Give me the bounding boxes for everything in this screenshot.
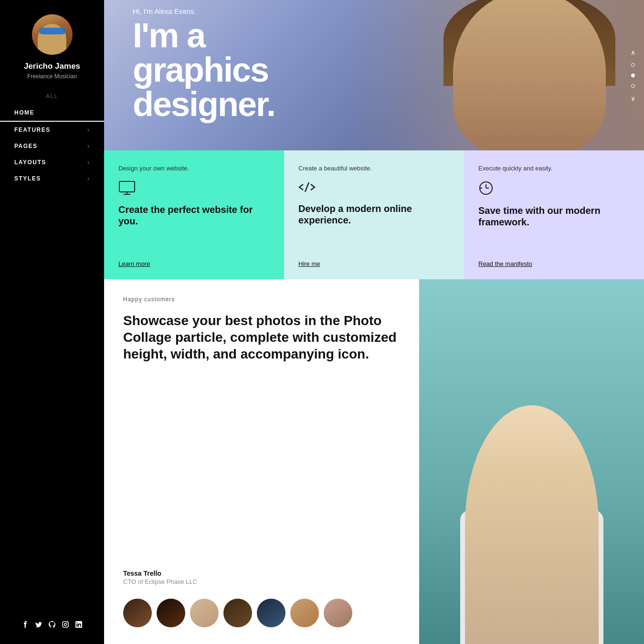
feature-title-1: Create the perfect website for you. [118, 204, 270, 253]
hero-photo [347, 0, 644, 150]
customer-avatar-4[interactable] [223, 599, 252, 627]
linkedin-icon[interactable] [75, 621, 82, 630]
feature-card-1: Design your own website. Create the perf… [104, 150, 284, 279]
github-icon[interactable] [49, 621, 55, 630]
hero-title: I'm a graphics designer. [133, 18, 275, 121]
facebook-icon[interactable] [22, 621, 29, 630]
sidebar-item-features-label: FEATURES [14, 127, 51, 133]
customer-avatar-5[interactable] [257, 599, 285, 627]
avatar [32, 14, 73, 55]
svg-line-7 [305, 182, 309, 192]
feature-tagline-1: Design your own website. [118, 165, 270, 172]
sidebar: Jericho James Freelance Musician ALL HOM… [0, 0, 104, 644]
sidebar-item-features[interactable]: FEATURES › [0, 122, 104, 138]
code-icon [298, 180, 450, 197]
feature-tagline-3: Execute quickly and easily. [478, 165, 630, 172]
hero-subtitle: Hi, I'm Alexa Evans. [133, 7, 275, 15]
nav-dot-1[interactable] [631, 63, 635, 67]
testimonial-panel: Happy customers Showcase your best photo… [104, 279, 419, 644]
customer-avatar-2[interactable] [157, 599, 185, 627]
feature-tagline-2: Create a beautiful website. [298, 165, 450, 172]
sidebar-item-pages[interactable]: PAGES › [0, 138, 104, 154]
svg-rect-0 [63, 622, 68, 627]
feature-card-3: Execute quickly and easily. Save time wi… [464, 150, 644, 279]
chevron-right-icon: › [87, 127, 90, 133]
features-section: Design your own website. Create the perf… [104, 150, 644, 279]
customer-avatar-6[interactable] [290, 599, 319, 627]
customer-avatar-7[interactable] [324, 599, 352, 627]
learn-more-link[interactable]: Learn more [118, 260, 270, 267]
clock-icon [478, 180, 630, 199]
customer-avatars-row [123, 599, 400, 627]
monitor-icon [118, 180, 270, 198]
nav-dot-2[interactable] [631, 74, 635, 77]
chevron-right-icon: › [87, 160, 90, 165]
sidebar-item-styles[interactable]: STYLES › [0, 170, 104, 187]
svg-rect-3 [119, 181, 135, 192]
chevron-right-icon: › [87, 144, 90, 149]
instagram-icon[interactable] [62, 621, 69, 630]
sidebar-item-home-label: HOME [14, 109, 34, 116]
testimonial-author-title: CTO of Eclipse Phase LLC [123, 578, 400, 585]
read-manifesto-link[interactable]: Read the manifesto [478, 260, 630, 267]
user-title: Freelance Musician [27, 73, 77, 80]
sidebar-item-home[interactable]: HOME [0, 105, 104, 122]
photo-panel [419, 279, 644, 644]
svg-point-2 [67, 623, 68, 623]
social-icons [22, 621, 82, 634]
chevron-right-icon: › [87, 176, 90, 181]
svg-point-1 [64, 623, 67, 626]
bottom-section: Happy customers Showcase your best photo… [104, 279, 644, 644]
sidebar-item-layouts[interactable]: LAYOUTS › [0, 154, 104, 170]
twitter-icon[interactable] [35, 621, 42, 630]
sidebar-item-layouts-label: LAYOUTS [14, 159, 46, 166]
testimonial-text: Showcase your best photos in the Photo C… [123, 312, 400, 556]
hire-me-link[interactable]: Hire me [298, 260, 450, 267]
testimonial-author-name: Tessa Trello [123, 570, 400, 577]
nav-down-icon[interactable]: ∨ [631, 95, 635, 102]
customer-avatar-3[interactable] [190, 599, 219, 627]
sidebar-item-pages-label: PAGES [14, 143, 38, 149]
feature-title-2: Develop a modern online experience. [298, 203, 450, 253]
user-name: Jericho James [24, 62, 80, 71]
nav-all-label: ALL [46, 93, 58, 99]
hero-text: Hi, I'm Alexa Evans. I'm a graphics desi… [133, 5, 275, 121]
main-content: Hi, I'm Alexa Evans. I'm a graphics desi… [104, 0, 644, 644]
sidebar-item-styles-label: STYLES [14, 175, 41, 182]
nav-dot-3[interactable] [631, 84, 635, 88]
customer-avatar-1[interactable] [123, 599, 152, 627]
side-nav: ∧ ∨ [631, 49, 635, 102]
nav-up-icon[interactable]: ∧ [631, 49, 635, 56]
feature-title-3: Save time with our modern framework. [478, 205, 630, 253]
feature-card-2: Create a beautiful website. Develop a mo… [284, 150, 464, 279]
hero-section: Hi, I'm Alexa Evans. I'm a graphics desi… [104, 0, 644, 150]
happy-customers-label: Happy customers [123, 296, 400, 303]
